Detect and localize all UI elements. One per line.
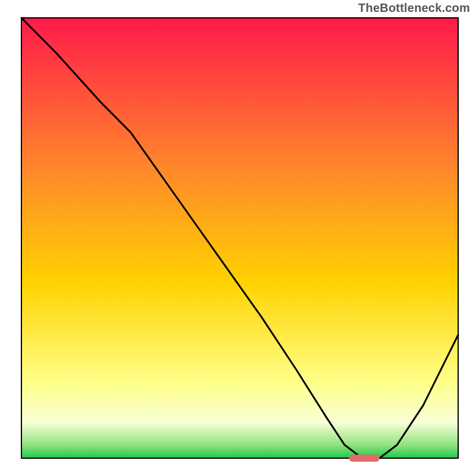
gradient-background bbox=[21, 18, 458, 458]
attribution-label: TheBottleneck.com bbox=[358, 1, 470, 15]
chart-container: TheBottleneck.com bbox=[0, 0, 476, 476]
minimum-marker bbox=[349, 455, 380, 462]
bottleneck-chart bbox=[0, 0, 476, 476]
